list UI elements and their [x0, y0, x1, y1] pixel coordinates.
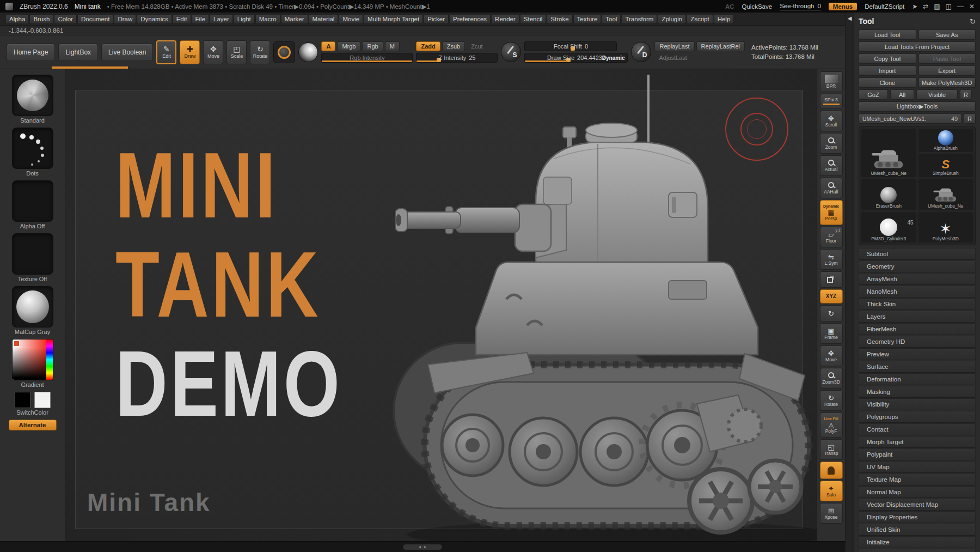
quicksave-button[interactable]: QuickSave [742, 3, 773, 10]
zcut-button[interactable]: Zcut [467, 41, 487, 51]
m-button[interactable]: M [385, 41, 400, 51]
document-canvas[interactable]: MINI TANK DEMO Mini Tank [65, 69, 817, 541]
zoom-button[interactable]: Zoom [820, 133, 843, 154]
export-button[interactable]: Export [918, 65, 976, 76]
tool-section[interactable]: Initialize [859, 536, 976, 548]
active-tool-r-button[interactable]: R [964, 113, 976, 124]
hue-strip[interactable] [46, 339, 53, 380]
menu-item[interactable]: Stroke [547, 14, 572, 24]
menu-item[interactable]: Texture [573, 14, 602, 24]
polyframe-button[interactable]: Line Fill ◬ PolyF [820, 413, 843, 438]
mrgb-button[interactable]: Mrgb [337, 41, 360, 51]
zoom3d-button[interactable]: Zoom3D [820, 368, 843, 389]
spix-slider[interactable]: SPix 3 [820, 94, 843, 109]
see-through-slider[interactable]: See-through 0 [780, 3, 821, 10]
move-mode-button[interactable]: ✥ Move [203, 40, 223, 64]
bottom-scrollbar[interactable]: ◂ ▸ [0, 541, 845, 552]
panel-divider[interactable]: ◀ [845, 13, 854, 552]
live-boolean-button[interactable]: Live Boolean [101, 44, 153, 61]
adjust-last-button[interactable]: AdjustLast [654, 53, 691, 63]
load-tools-from-project-button[interactable]: Load Tools From Project [859, 41, 976, 52]
zadd-button[interactable]: Zadd [416, 41, 440, 51]
tool-section[interactable]: Thick Skin [859, 298, 976, 310]
menu-item[interactable]: Stencil [520, 14, 547, 24]
zsub-button[interactable]: Zsub [442, 41, 465, 51]
goz-r-button[interactable]: R [960, 89, 972, 100]
tool-section[interactable]: Masking [859, 386, 976, 398]
home-page-button[interactable]: Home Page [7, 44, 55, 61]
menu-item[interactable]: Dynamics [137, 14, 171, 24]
tool-section[interactable]: Unified Skin [859, 524, 976, 536]
make-polymesh3d-button[interactable]: Make PolyMesh3D [918, 77, 976, 88]
rgb-button[interactable]: Rgb [362, 41, 383, 51]
tool-section[interactable]: Texture Map [859, 474, 976, 486]
copy-tool-button[interactable]: Copy Tool [859, 53, 916, 64]
tool-section[interactable]: Layers [859, 311, 976, 323]
tool-section[interactable]: ArrayMesh [859, 273, 976, 285]
menu-item[interactable]: Edit [173, 14, 191, 24]
move3d-button[interactable]: ✥ Move [820, 345, 843, 366]
menu-item[interactable]: Multi Morph Target [364, 14, 423, 24]
menu-item[interactable]: Transform [621, 14, 657, 24]
draw-size-slider[interactable]: Draw Size 204.44232 Dynamic [524, 53, 628, 63]
main-color-swatch[interactable] [15, 392, 31, 408]
secondary-color-swatch[interactable] [34, 392, 51, 408]
focal-shift-slider[interactable]: Focal Shift 0 [524, 41, 617, 51]
close-icon[interactable]: ✕ [969, 3, 975, 10]
actual-button[interactable]: Actual [820, 155, 843, 176]
draw-mode-button[interactable]: ✚ Draw [180, 40, 200, 64]
menu-item[interactable]: Preferences [449, 14, 491, 24]
replay-last-button[interactable]: ReplayLast [654, 41, 694, 51]
spin-button[interactable]: ↻ [820, 305, 843, 322]
frame-button[interactable]: ▣ Frame [820, 323, 843, 344]
local-pivot-button[interactable] [820, 271, 843, 288]
scroll-button[interactable]: ✥ Scroll [820, 111, 843, 131]
scroll-left-icon[interactable]: ◂ [419, 545, 421, 549]
tool-section[interactable]: Contact [859, 423, 976, 435]
load-tool-button[interactable]: Load Tool [859, 29, 916, 40]
material-selector[interactable]: MatCap Gray [12, 286, 53, 335]
swap-arrows-icon[interactable]: ⇄ [923, 3, 928, 10]
tool-section[interactable]: Geometry HD [859, 336, 976, 348]
xyz-button[interactable]: XYZ [820, 289, 843, 304]
active-tool-button[interactable]: UMesh_cube_NewUVs1. 49 [859, 113, 961, 124]
sculptris-pro-button[interactable]: S [501, 42, 521, 62]
replay-last-rel-button[interactable]: ReplayLastRel [696, 41, 745, 51]
ghost-button[interactable] [820, 462, 843, 479]
minimize-icon[interactable]: — [957, 3, 964, 10]
goz-button[interactable]: GoZ [859, 89, 888, 100]
menu-item[interactable]: Picker [424, 14, 449, 24]
menu-item[interactable]: Alpha [5, 14, 29, 24]
eraserbrush-thumbnail[interactable]: EraserBrush [861, 179, 916, 210]
collapse-panel-icon[interactable]: ◀ [848, 16, 852, 21]
alphabrush-thumbnail[interactable]: AlphaBrush [918, 129, 973, 152]
gradient-picker-icon[interactable] [12, 339, 53, 380]
menu-item[interactable]: Document [77, 14, 113, 24]
paste-tool-button[interactable]: Paste Tool [918, 53, 976, 64]
current-material-icon[interactable] [298, 43, 318, 62]
menu-item[interactable]: Layer [210, 14, 233, 24]
floor-button[interactable]: y z ▱ Floor [820, 227, 843, 247]
persp-button[interactable]: Dynamic ▦ Persp [820, 200, 843, 225]
tool-section[interactable]: Vector Displacement Map [859, 499, 976, 511]
cylinder-thumbnail[interactable]: 45 PM3D_Cylinder3 [861, 212, 916, 242]
aahalf-button[interactable]: AAHalf [820, 178, 843, 198]
menu-item[interactable]: Material [309, 14, 339, 24]
pointer-icon[interactable]: ➤ [912, 3, 917, 10]
alpha-selector[interactable]: Alpha Off [12, 180, 53, 229]
clone-button[interactable]: Clone [859, 77, 916, 88]
menu-item[interactable]: Zscript [687, 14, 713, 24]
goz-all-button[interactable]: All [890, 89, 914, 100]
rotate3d-button[interactable]: ↻ Rotate [820, 390, 843, 411]
save-as-button[interactable]: Save As [918, 29, 976, 40]
goz-visible-button[interactable]: Visible [916, 89, 958, 100]
menu-item[interactable]: Color [54, 14, 76, 24]
menu-item[interactable]: Brush [29, 14, 53, 24]
rotate-mode-button[interactable]: ↻ Rotate [250, 40, 270, 64]
menu-item[interactable]: Zplugin [658, 14, 686, 24]
menu-item[interactable]: Tool [602, 14, 621, 24]
tool-section[interactable]: Geometry [859, 260, 976, 272]
menus-button[interactable]: Menus [829, 3, 857, 10]
menu-item[interactable]: Draw [114, 14, 136, 24]
current-brush-icon[interactable] [273, 41, 295, 63]
